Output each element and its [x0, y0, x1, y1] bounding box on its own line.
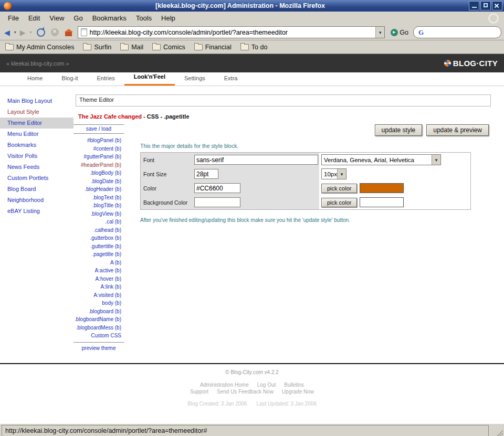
css-selector-item[interactable]: #gutterPanel (b) — [74, 153, 124, 161]
css-selector-link[interactable]: .calhead (b) — [93, 227, 121, 233]
tab-look-n-feel[interactable]: Look'n'Feel — [124, 71, 175, 86]
css-selector-link[interactable]: .blogDate (b) — [91, 178, 121, 184]
tab-blog-it[interactable]: Blog-it — [52, 73, 87, 86]
footer-link-administration-home[interactable]: Administration Home — [200, 381, 249, 388]
pick-color-button[interactable]: pick color — [321, 184, 357, 193]
css-selector-item[interactable]: A:visited (b) — [74, 291, 124, 300]
close-button[interactable] — [492, 1, 502, 10]
css-selector-item[interactable]: A:link (b) — [74, 283, 124, 291]
home-button[interactable] — [62, 26, 75, 39]
sidebar-item-main-blog-layout[interactable]: Main Blog Layout — [0, 95, 74, 107]
css-selector-link[interactable]: A:hover (b) — [96, 276, 121, 282]
sidebar-item-custom-portlets[interactable]: Custom Portlets — [0, 173, 74, 184]
url-history-dropdown[interactable] — [375, 27, 384, 38]
url-input[interactable] — [90, 28, 376, 37]
css-selector-link[interactable]: #content (b) — [93, 146, 121, 152]
css-selector-item[interactable]: .gutterbox (b) — [74, 234, 124, 242]
sidebar-item-blog-board[interactable]: Blog Board — [0, 184, 74, 195]
font-input[interactable] — [194, 155, 318, 165]
menu-view[interactable]: View — [45, 13, 69, 24]
css-selector-link[interactable]: .pagetitle (b) — [92, 251, 121, 257]
tab-settings[interactable]: Settings — [175, 73, 215, 86]
sidebar-item-bookmarks[interactable]: Bookmarks — [0, 140, 74, 151]
css-selector-link[interactable]: .blogBody (b) — [90, 170, 121, 176]
update-preview-button[interactable]: update & preview — [426, 124, 489, 136]
back-dropdown[interactable] — [13, 26, 18, 39]
url-bar[interactable] — [78, 26, 385, 38]
menu-file[interactable]: File — [3, 13, 24, 24]
css-selector-link[interactable]: Custom CSS — [91, 333, 121, 338]
css-selector-item[interactable]: .blogboardName (b) — [74, 315, 124, 324]
css-selector-item[interactable]: .blogHeader (b) — [74, 185, 124, 194]
css-selector-item[interactable]: .calhead (b) — [74, 226, 124, 235]
css-selector-link[interactable]: .blogboard (b) — [89, 309, 121, 314]
css-selector-item[interactable]: A (b) — [74, 259, 124, 267]
footer-link-send-feedback[interactable]: Send Us Feedback Now — [217, 388, 274, 395]
css-selector-item[interactable]: .blogView (b) — [74, 210, 124, 218]
css-selector-link[interactable]: .cal (b) — [105, 219, 121, 225]
footer-link-upgrade-now[interactable]: Upgrade Now — [282, 388, 314, 395]
css-selector-item[interactable]: body (b) — [74, 299, 124, 307]
bookmark-comics[interactable]: Comics — [152, 44, 185, 51]
css-selector-link[interactable]: A (b) — [110, 260, 121, 265]
css-selector-item[interactable]: .guttertitle (b) — [74, 242, 124, 251]
preview-theme-link[interactable]: preview theme — [81, 345, 116, 351]
css-selector-link[interactable]: .blogText (b) — [92, 195, 121, 200]
font-size-select[interactable]: 10px — [321, 168, 346, 179]
css-selector-item[interactable]: .blogBody (b) — [74, 169, 124, 177]
bookmark-financial[interactable]: Financial — [194, 44, 232, 51]
bookmark-mail[interactable]: Mail — [120, 44, 143, 51]
go-button[interactable]: Go — [387, 29, 412, 36]
css-selector-item[interactable]: .blogDate (b) — [74, 177, 124, 186]
css-selector-item[interactable]: .blogTitle (b) — [74, 201, 124, 210]
reload-button[interactable] — [34, 26, 48, 39]
css-selector-item[interactable]: .blogboardMess (b) — [74, 324, 124, 332]
css-selector-link[interactable]: A:visited (b) — [93, 292, 121, 298]
stop-button[interactable] — [48, 26, 61, 39]
css-selector-item[interactable]: A:hover (b) — [74, 275, 124, 283]
blog-city-logo[interactable]: BLOG·CITY — [444, 59, 498, 68]
bookmark-my-admin-consoles[interactable]: My Admin Consoles — [5, 44, 74, 51]
css-selector-link[interactable]: .blogHeader (b) — [85, 186, 121, 192]
tab-extra[interactable]: Extra — [215, 73, 247, 86]
forward-dropdown[interactable] — [28, 26, 34, 39]
css-selector-item[interactable]: .pagetitle (b) — [74, 250, 124, 259]
tab-entries[interactable]: Entries — [88, 73, 124, 86]
css-selector-link[interactable]: A:active (b) — [94, 268, 121, 273]
css-selector-item[interactable]: Custom CSS — [74, 332, 124, 340]
sidebar-item-visitor-polls[interactable]: Visitor Polls — [0, 151, 74, 162]
update-style-button[interactable]: update style — [375, 124, 423, 136]
background-color-input[interactable] — [194, 197, 240, 207]
bookmark-to-do[interactable]: To do — [240, 44, 268, 51]
css-selector-link[interactable]: body (b) — [102, 300, 121, 306]
minimize-button[interactable] — [469, 1, 479, 10]
menu-help[interactable]: Help — [156, 13, 180, 24]
font-family-select[interactable]: Verdana, Geneva, Arial, Helvetica — [321, 154, 441, 165]
tab-home[interactable]: Home — [18, 73, 52, 86]
sidebar-item-neighborhood[interactable]: Neighborhood — [0, 195, 74, 206]
css-selector-item[interactable]: #content (b) — [74, 145, 124, 153]
css-selector-link[interactable]: .gutterbox (b) — [90, 235, 121, 241]
sidebar-item-theme-editor[interactable]: Theme Editor — [0, 118, 74, 129]
footer-link-log-out[interactable]: Log Out — [257, 381, 276, 388]
css-selector-link[interactable]: .blogTitle (b) — [92, 203, 121, 208]
forward-button[interactable] — [18, 26, 27, 39]
css-selector-link[interactable]: #gutterPanel (b) — [83, 154, 121, 159]
color-input[interactable] — [194, 183, 240, 193]
css-selector-item[interactable]: A:active (b) — [74, 267, 124, 275]
sidebar-item-news-feeds[interactable]: News Feeds — [0, 162, 74, 173]
resize-grip[interactable] — [496, 430, 503, 436]
footer-link-bulletins[interactable]: Bulletins — [284, 381, 304, 388]
sidebar-item-layout-style[interactable]: Layout Style — [0, 107, 74, 118]
breadcrumb[interactable]: « kleekai.blog-city.com » — [6, 60, 69, 67]
font-size-input[interactable] — [194, 169, 218, 179]
search-input[interactable]: G — [413, 26, 501, 38]
css-selector-link[interactable]: .blogView (b) — [91, 211, 121, 217]
menu-go[interactable]: Go — [69, 13, 87, 24]
css-selector-link[interactable]: .blogboardName (b) — [75, 316, 121, 322]
css-selector-item[interactable]: #blogPanel (b) — [74, 136, 124, 145]
css-selector-link[interactable]: #blogPanel (b) — [87, 137, 121, 143]
save-load-link[interactable]: save / load — [86, 126, 111, 132]
menu-edit[interactable]: Edit — [24, 13, 45, 24]
css-selector-link[interactable]: .blogboardMess (b) — [76, 325, 121, 331]
